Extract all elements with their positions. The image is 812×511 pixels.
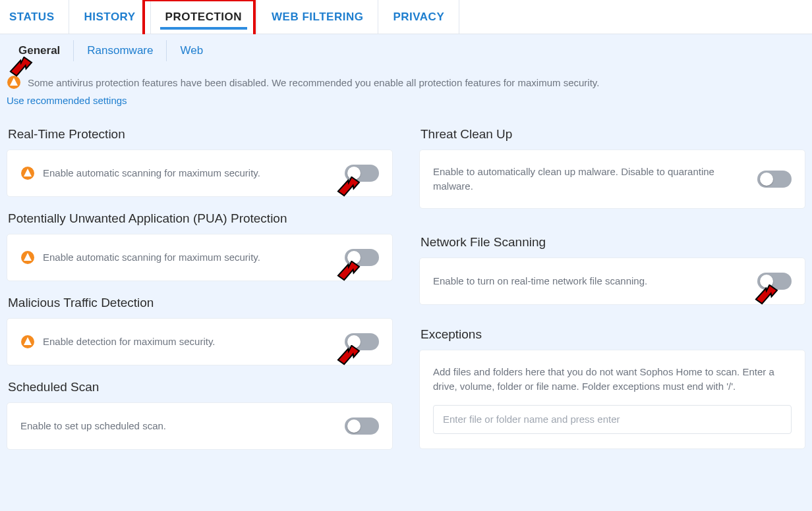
- card-realtime: Enable automatic scanning for maximum se…: [7, 149, 393, 197]
- desc-realtime: Enable automatic scanning for maximum se…: [43, 166, 337, 180]
- card-threat: Enable to automatically clean up malware…: [419, 149, 805, 209]
- title-realtime: Real-Time Protection: [8, 127, 393, 142]
- sub-tab-area: General Ransomware Web: [0, 34, 812, 67]
- title-pua: Potentially Unwanted Application (PUA) P…: [8, 211, 393, 226]
- toggle-network[interactable]: [757, 273, 792, 290]
- card-network: Enable to turn on real-time network file…: [419, 257, 805, 305]
- warning-banner: Some antivirus protection features have …: [0, 67, 812, 94]
- main-tab-bar: STATUS HISTORY PROTECTION WEB FILTERING …: [0, 0, 812, 34]
- desc-malicious: Enable detection for maximum security.: [43, 335, 337, 349]
- title-threat: Threat Clean Up: [420, 127, 805, 142]
- warning-triangle-icon: [20, 250, 35, 265]
- warning-triangle-icon: [7, 75, 21, 90]
- desc-scheduled: Enable to set up scheduled scan.: [20, 419, 337, 433]
- warning-triangle-icon: [20, 166, 35, 180]
- toggle-scheduled[interactable]: [345, 417, 379, 435]
- tab-protection[interactable]: PROTECTION: [151, 0, 257, 34]
- section-threat: Threat Clean Up Enable to automatically …: [419, 127, 805, 209]
- warning-triangle-icon: [20, 335, 35, 349]
- tab-webfiltering[interactable]: WEB FILTERING: [257, 0, 378, 34]
- title-scheduled: Scheduled Scan: [8, 380, 393, 394]
- section-network: Network File Scanning Enable to turn on …: [419, 235, 805, 305]
- subtab-general[interactable]: General: [5, 40, 74, 61]
- section-exceptions: Exceptions Add files and folders here th…: [419, 327, 805, 449]
- toggle-threat[interactable]: [757, 171, 792, 188]
- content-area: General Ransomware Web Some antivirus pr…: [0, 34, 812, 511]
- title-exceptions: Exceptions: [420, 327, 805, 342]
- card-exceptions: Add files and folders here that you do n…: [419, 350, 805, 449]
- right-column: Threat Clean Up Enable to automatically …: [419, 121, 805, 464]
- desc-threat: Enable to automatically clean up malware…: [433, 165, 749, 194]
- title-malicious: Malicious Traffic Detection: [8, 296, 393, 310]
- card-malicious: Enable detection for maximum security.: [7, 318, 393, 365]
- desc-exceptions: Add files and folders here that you do n…: [433, 365, 792, 394]
- section-realtime: Real-Time Protection Enable automatic sc…: [7, 127, 393, 197]
- tab-status[interactable]: STATUS: [0, 0, 69, 34]
- columns: Real-Time Protection Enable automatic sc…: [0, 121, 812, 464]
- tab-privacy[interactable]: PRIVACY: [378, 0, 459, 34]
- use-recommended-link[interactable]: Use recommended settings: [0, 94, 134, 121]
- tab-history[interactable]: HISTORY: [69, 0, 150, 34]
- card-pua: Enable automatic scanning for maximum se…: [7, 234, 393, 281]
- sub-tab-bar: General Ransomware Web: [0, 34, 812, 67]
- subtab-ransomware[interactable]: Ransomware: [74, 40, 167, 61]
- desc-pua: Enable automatic scanning for maximum se…: [43, 250, 337, 265]
- section-pua: Potentially Unwanted Application (PUA) P…: [7, 211, 393, 281]
- toggle-pua[interactable]: [345, 249, 379, 266]
- toggle-realtime[interactable]: [345, 165, 379, 182]
- left-column: Real-Time Protection Enable automatic sc…: [7, 121, 393, 464]
- exceptions-input[interactable]: [433, 405, 792, 434]
- subtab-web[interactable]: Web: [167, 40, 216, 61]
- desc-network: Enable to turn on real-time network file…: [433, 274, 749, 288]
- toggle-malicious[interactable]: [345, 333, 379, 350]
- card-scheduled: Enable to set up scheduled scan.: [7, 402, 393, 450]
- title-network: Network File Scanning: [420, 235, 805, 250]
- warning-banner-text: Some antivirus protection features have …: [28, 77, 599, 88]
- section-malicious: Malicious Traffic Detection Enable detec…: [7, 296, 393, 365]
- section-scheduled: Scheduled Scan Enable to set up schedule…: [7, 380, 393, 450]
